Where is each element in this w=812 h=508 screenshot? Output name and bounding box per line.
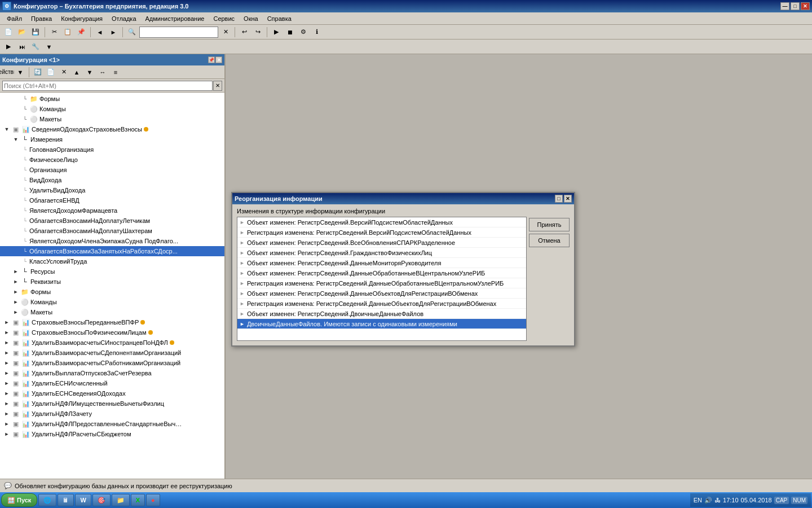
panel-down-button[interactable]: ▼: [83, 66, 96, 78]
tb-paste[interactable]: 📌: [75, 26, 87, 38]
tree-item-layouts2[interactable]: ► ⚪ Макеты: [0, 307, 224, 317]
tree-item-rekvizity[interactable]: ► └ Реквизиты: [0, 277, 224, 287]
tb-stop[interactable]: ⏹: [284, 26, 296, 38]
taskbar-app-files[interactable]: 📁: [112, 494, 130, 506]
dialog-list-item[interactable]: ► Регистрация изменена: РегистрСведений.…: [237, 227, 526, 238]
panel-add-button[interactable]: 📄: [45, 66, 57, 78]
tree-item-inostr[interactable]: ► ▣ 📊 УдалитьВзаиморасчетыСИностранцевПо…: [0, 338, 224, 348]
tree-item-esn[interactable]: ► ▣ 📊 УдалитьЕСНИсчисленный: [0, 378, 224, 388]
tree-container[interactable]: └ 📁 Формы └ ⚪ Команды └ ⚪ Макеты: [0, 93, 224, 479]
minimize-button[interactable]: —: [780, 2, 789, 10]
tree-item-ndfl3[interactable]: ► ▣ 📊 УдалитьНДФЛПредоставленныеСтандарт…: [0, 419, 224, 429]
menu-config[interactable]: Конфигурация: [56, 14, 107, 23]
tree-item-udalviddohoda[interactable]: └ УдалитьВидДохода: [0, 185, 224, 195]
tb2-config[interactable]: 🔧: [29, 41, 42, 53]
tree-item-ndfl4[interactable]: ► ▣ 📊 УдалитьНДФЛРасчетыСБюджетом: [0, 429, 224, 439]
tree-item-pfr[interactable]: ► ▣ 📊 СтраховыеВзносыПереданныеВПФР: [0, 317, 224, 327]
tree-toggle[interactable]: └: [20, 104, 29, 113]
tree-item-shakhter[interactable]: └ ОблагаетсяВзносамиНаДоплатуШахтерам: [0, 226, 224, 236]
tb-save[interactable]: 💾: [29, 26, 42, 38]
tree-item-layouts1[interactable]: └ ⚪ Макеты: [0, 114, 224, 124]
tree-expand-toggle[interactable]: ►: [2, 419, 11, 428]
tree-item-svedeniya[interactable]: ▼ ▣ 📊 СведенияОДоходахСтраховыеВзносы: [0, 124, 224, 134]
panel-up-button[interactable]: ▲: [70, 66, 83, 78]
tb-settings[interactable]: ⚙: [297, 26, 310, 38]
tree-item-ndfl2[interactable]: ► ▣ 📊 УдалитьНДФЛЗачету: [0, 409, 224, 419]
tree-expand-toggle[interactable]: ►: [2, 338, 11, 347]
menu-service[interactable]: Сервис: [209, 14, 239, 23]
dialog-list-item[interactable]: ► Объект изменен: РегистрСведений.Версий…: [237, 217, 526, 227]
tb-cut[interactable]: ✂: [48, 26, 60, 38]
tree-item-resursy[interactable]: ► └ Ресурсы: [0, 266, 224, 277]
tree-item-otpusk[interactable]: ► ▣ 📊 УдалитьВыплатаОтпусковЗаСчетРезерв…: [0, 368, 224, 378]
tree-item-golov[interactable]: └ ГоловнаяОрганизация: [0, 144, 224, 155]
panel-move-button[interactable]: ↔: [96, 66, 109, 78]
tree-expand-toggle[interactable]: ►: [2, 358, 11, 367]
tb-redo[interactable]: ↪: [251, 26, 264, 38]
tb2-start[interactable]: ▶: [2, 41, 15, 53]
panel-close-button[interactable]: ✕: [215, 56, 222, 63]
tb-info[interactable]: ℹ: [311, 26, 323, 38]
tree-item-measurements[interactable]: ▼ └ Измерения: [0, 134, 224, 144]
cancel-button[interactable]: Отмена: [529, 234, 570, 247]
dialog-list-item[interactable]: ► Регистрация изменена: РегистрСведений.…: [237, 299, 526, 309]
tree-search-input[interactable]: [2, 81, 213, 91]
tree-item-farm[interactable]: └ ЯвляетсяДоходомФармацевта: [0, 205, 224, 216]
tb-forward[interactable]: ►: [107, 26, 120, 38]
menu-windows[interactable]: Окна: [239, 14, 263, 23]
tree-toggle[interactable]: └: [20, 94, 29, 103]
dialog-list-item-selected[interactable]: ► ДвоичныеДанныеФайлов. Имеются записи с…: [237, 319, 526, 329]
tree-item-viddohoda[interactable]: └ ВидДохода: [0, 175, 224, 185]
tree-expand-toggle[interactable]: ►: [11, 267, 20, 276]
accept-button[interactable]: Принять: [529, 218, 570, 231]
tree-item-deponent[interactable]: ► ▣ 📊 УдалитьВзаиморасчетыСДепонентамиОр…: [0, 348, 224, 358]
tb-run[interactable]: ▶: [270, 26, 283, 38]
close-button[interactable]: ✕: [801, 2, 810, 10]
tree-expand-toggle[interactable]: ▼: [11, 135, 20, 144]
tb-open[interactable]: 📂: [16, 26, 28, 38]
tree-item-org[interactable]: └ Организация: [0, 165, 224, 175]
dialog-max-button[interactable]: □: [555, 195, 563, 203]
tree-toggle[interactable]: └: [20, 115, 29, 124]
maximize-button[interactable]: □: [791, 2, 800, 10]
tree-expand-toggle[interactable]: ►: [2, 369, 11, 378]
taskbar-app-calc[interactable]: 🖩: [58, 494, 74, 506]
tb-search-clear[interactable]: ✕: [219, 26, 232, 38]
tree-item-letchik[interactable]: └ ОблагаетсяВзносамиНаДоплатуЛетчикам: [0, 216, 224, 226]
menu-edit[interactable]: Правка: [27, 14, 56, 23]
tb-back[interactable]: ◄: [94, 26, 106, 38]
tb-new[interactable]: 📄: [2, 26, 15, 38]
tree-expand-toggle[interactable]: ►: [2, 328, 11, 337]
menu-file[interactable]: Файл: [2, 14, 27, 23]
tree-expand-toggle[interactable]: ►: [2, 389, 11, 398]
toolbar-search-input[interactable]: [139, 27, 218, 38]
tree-item-forms1[interactable]: └ 📁 Формы: [0, 94, 224, 104]
taskbar-app-misc1[interactable]: 🎯: [92, 494, 111, 506]
dialog-list-item[interactable]: ► Объект изменен: РегистрСведений.Данные…: [237, 288, 526, 299]
tree-item-fizlico[interactable]: └ ФизическоеЛицо: [0, 155, 224, 165]
dialog-close-button[interactable]: ✕: [564, 195, 572, 203]
taskbar-app-word[interactable]: W: [75, 494, 91, 506]
tree-item-commands2[interactable]: ► ⚪ Команды: [0, 297, 224, 307]
tree-expand-toggle[interactable]: ►: [2, 430, 11, 439]
tree-item-klass[interactable]: └ КлассУсловийТруда: [0, 256, 224, 266]
menu-debug[interactable]: Отладка: [107, 14, 140, 23]
menu-help[interactable]: Справка: [263, 14, 296, 23]
dialog-list-item[interactable]: ► Объект изменен: РегистрСведений.Двоичн…: [237, 309, 526, 319]
taskbar-app-1c[interactable]: ●: [146, 494, 160, 506]
taskbar-app-excel[interactable]: X: [131, 494, 145, 506]
panel-pin-button[interactable]: 📌: [208, 56, 215, 63]
tree-expand-toggle[interactable]: ►: [11, 308, 20, 317]
tree-expand-toggle[interactable]: ►: [2, 348, 11, 357]
tree-expand-toggle[interactable]: ►: [2, 318, 11, 327]
panel-delete-button[interactable]: ✕: [58, 66, 70, 78]
tree-item-rabotniki[interactable]: ► ▣ 📊 УдалитьВзаиморасчетыСРаботникамиОр…: [0, 358, 224, 368]
tree-item-forms2[interactable]: ► 📁 Формы: [0, 287, 224, 297]
panel-filter-button[interactable]: ≡: [109, 66, 122, 78]
tree-expand-toggle[interactable]: ►: [11, 287, 20, 296]
tree-expand-toggle[interactable]: ►: [2, 399, 11, 408]
panel-refresh-button[interactable]: 🔄: [32, 66, 44, 78]
tree-item-envd[interactable]: └ ОблагаетсяЕНВД: [0, 195, 224, 205]
tree-expand-toggle[interactable]: ▼: [2, 125, 11, 134]
tree-item-sudno[interactable]: └ ЯвляетсяДоходомЧленаЭкипажаСудна ПодФл…: [0, 236, 224, 246]
